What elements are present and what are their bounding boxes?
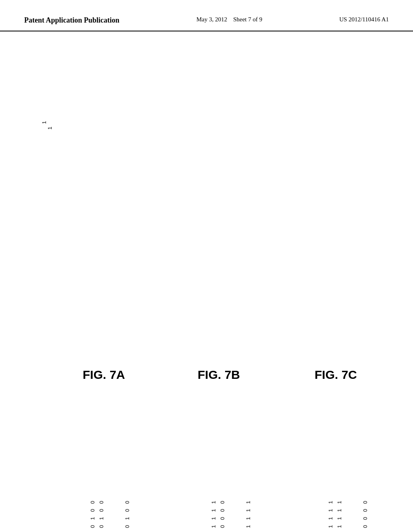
svg-text:0: 0 (90, 509, 96, 512)
svg-text:0: 0 (362, 501, 368, 504)
svg-text:1: 1 (211, 509, 217, 512)
svg-text:0: 0 (124, 501, 130, 504)
svg-text:1: 1 (336, 501, 342, 504)
svg-text:0: 0 (362, 517, 368, 520)
svg-text:1: 1 (41, 121, 47, 124)
svg-text:1: 1 (327, 517, 334, 520)
fig7c-label: FIG. 7C (315, 368, 357, 381)
fig7b-data: 0 0 0 0 0 0 0 1 1 1 1 1 1 1 1 1 1 1 0 0 … (211, 501, 251, 528)
svg-text:0: 0 (90, 525, 96, 528)
svg-text:1: 1 (327, 501, 334, 504)
fig7a-label: FIG. 7A (83, 368, 125, 381)
svg-text:0: 0 (219, 501, 225, 504)
header-date: May 3, 2012 (196, 16, 227, 23)
header-date-sheet: May 3, 2012 Sheet 7 of 9 (196, 16, 262, 25)
figures-svg: 1 1 1 1 0 0 0 0 0 0 0 0 (0, 44, 413, 528)
page: Patent Application Publication May 3, 20… (0, 0, 413, 532)
svg-text:0: 0 (90, 501, 96, 504)
svg-text:0: 0 (219, 509, 225, 512)
fig7a-group: 1 1 (41, 121, 53, 129)
svg-text:1: 1 (336, 517, 342, 520)
svg-text:1: 1 (245, 509, 251, 512)
svg-text:1: 1 (245, 525, 251, 528)
svg-text:1: 1 (98, 517, 104, 520)
svg-text:0: 0 (362, 509, 368, 512)
svg-text:0: 0 (98, 509, 104, 512)
svg-text:1: 1 (327, 509, 334, 512)
header-sheet: Sheet 7 of 9 (233, 16, 262, 23)
svg-text:1: 1 (327, 525, 334, 528)
page-header: Patent Application Publication May 3, 20… (0, 16, 413, 31)
svg-text:1: 1 (211, 525, 217, 528)
svg-text:0: 0 (98, 501, 104, 504)
svg-text:0: 0 (219, 525, 225, 528)
svg-text:1: 1 (211, 501, 217, 504)
svg-text:1: 1 (47, 127, 53, 129)
svg-text:1: 1 (90, 517, 96, 520)
svg-text:1: 1 (245, 517, 251, 520)
svg-text:1: 1 (336, 509, 342, 512)
svg-text:0: 0 (98, 525, 104, 528)
svg-text:0: 0 (124, 525, 130, 528)
fig7a-data: 1 1 0 0 0 0 0 0 0 0 0 0 0 1 0 0 1 1 0 0 … (90, 501, 130, 528)
svg-text:1: 1 (211, 517, 217, 520)
header-title: Patent Application Publication (24, 16, 119, 25)
svg-text:0: 0 (219, 517, 225, 520)
svg-text:1: 1 (124, 517, 130, 520)
header-patent-number: US 2012/110416 A1 (339, 16, 389, 25)
svg-text:1: 1 (245, 501, 251, 504)
fig7c-data: 0 0 1 1 1 1 1 1 1 1 1 1 1 1 1 1 0 0 0 0 … (327, 501, 368, 528)
svg-text:0: 0 (124, 509, 130, 512)
svg-text:0: 0 (362, 525, 368, 528)
svg-text:1: 1 (336, 525, 342, 528)
fig7b-label: FIG. 7B (198, 368, 240, 381)
